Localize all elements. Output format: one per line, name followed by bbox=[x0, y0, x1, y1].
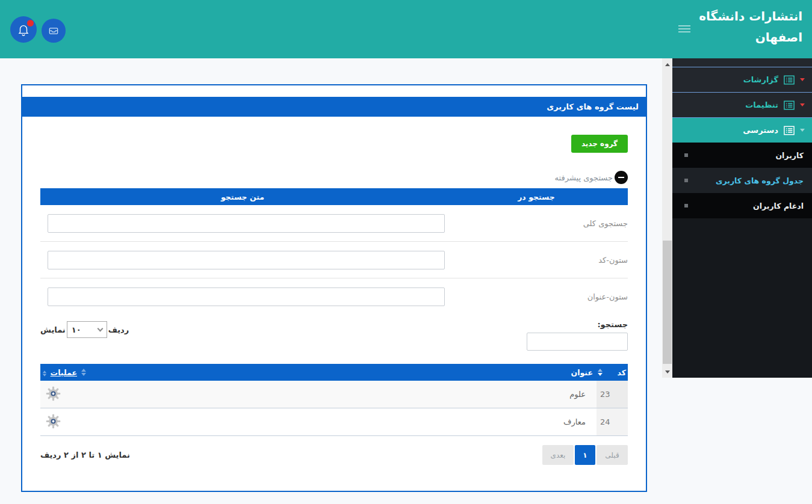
page-length-value: ۱۰ bbox=[72, 325, 81, 334]
inbox-icon bbox=[48, 25, 60, 37]
sidebar-subitem-label: جدول گروه های کاربری bbox=[716, 176, 804, 185]
scrollbar-thumb[interactable] bbox=[663, 241, 672, 364]
sidebar: گزارشات تنظیمات دسترسی کاربران جدول گروه… bbox=[672, 58, 812, 378]
cell-code: 23 bbox=[597, 381, 628, 408]
square-bullet-icon bbox=[684, 204, 688, 207]
pagination-prev-button[interactable]: قبلی bbox=[597, 445, 628, 465]
sidebar-item-settings[interactable]: تنظیمات bbox=[672, 92, 812, 117]
new-group-button[interactable]: گروه جدید bbox=[571, 135, 628, 153]
hamburger-menu-icon[interactable] bbox=[678, 25, 690, 35]
square-bullet-icon bbox=[684, 179, 688, 182]
title-column-search-input[interactable] bbox=[48, 287, 445, 306]
quick-search-label: جستجو: bbox=[527, 320, 628, 329]
table-row: 23 علوم bbox=[40, 381, 628, 408]
length-suffix-label: ردیف bbox=[108, 325, 129, 334]
column-header-label: عملیات bbox=[51, 368, 77, 377]
list-icon bbox=[784, 126, 795, 135]
column-header-search-in: جستجو در bbox=[445, 192, 628, 201]
arrow-up-icon bbox=[665, 63, 670, 66]
scroll-down-button[interactable] bbox=[662, 367, 672, 376]
chevron-down-icon bbox=[800, 78, 805, 81]
row-actions-button[interactable] bbox=[45, 386, 61, 404]
cell-title: معارف bbox=[81, 408, 597, 435]
collapse-advanced-search-button[interactable] bbox=[615, 171, 628, 184]
sidebar-subitem-label: کاربران bbox=[775, 151, 804, 160]
top-bar: انتشارات دانشگاه اصفهان bbox=[0, 0, 812, 58]
notification-badge bbox=[27, 20, 34, 26]
sidebar-item-label: دسترسی bbox=[743, 126, 778, 135]
gear-icon bbox=[45, 386, 61, 404]
app-title-line1: انتشارات دانشگاه bbox=[604, 6, 802, 27]
advanced-search-label: جستجوی پیشرفته bbox=[555, 173, 613, 182]
gear-icon bbox=[45, 413, 61, 431]
search-row-code: ستون-کد bbox=[40, 242, 628, 278]
cell-title: علوم bbox=[81, 381, 597, 408]
column-header-code[interactable]: کد bbox=[597, 368, 628, 377]
scroll-up-button[interactable] bbox=[662, 60, 672, 69]
sidebar-subitem-user-groups[interactable]: جدول گروه های کاربری bbox=[672, 168, 812, 193]
list-icon bbox=[784, 75, 795, 85]
length-prefix-label: نمایش bbox=[40, 325, 66, 334]
row-actions-button[interactable] bbox=[45, 413, 61, 431]
sort-icon bbox=[43, 370, 46, 376]
sidebar-item-reports[interactable]: گزارشات bbox=[672, 67, 812, 92]
groups-table: کد عنوان عملیات 23 علوم bbox=[40, 364, 628, 436]
sidebar-item-access[interactable]: دسترسی bbox=[672, 117, 812, 143]
quick-search-input[interactable] bbox=[527, 333, 628, 351]
column-header-title[interactable]: عنوان bbox=[81, 368, 597, 377]
pagination-page-1-button[interactable]: ۱ bbox=[575, 445, 595, 465]
minus-icon bbox=[618, 177, 624, 178]
app-title-line2: اصفهان bbox=[604, 27, 802, 48]
sidebar-scrollbar[interactable] bbox=[662, 58, 672, 378]
chevron-down-icon bbox=[800, 129, 805, 132]
sidebar-subitem-label: ادغام کاربران bbox=[753, 201, 804, 211]
sidebar-item-label: تنظیمات bbox=[745, 100, 778, 109]
sidebar-item-label: گزارشات bbox=[743, 75, 778, 84]
user-groups-panel: لیست گروه های کاربری گروه جدید جستجوی پی… bbox=[21, 84, 647, 492]
search-row-label: ستون-عنوان bbox=[445, 292, 628, 301]
sort-icon bbox=[81, 369, 86, 376]
square-bullet-icon bbox=[684, 153, 688, 157]
page-length-control: نمایش ۱۰ ردیف bbox=[40, 321, 129, 338]
cell-code: 24 bbox=[597, 408, 628, 435]
column-header-search-text: متن جستجو bbox=[40, 192, 445, 201]
chevron-down-icon bbox=[800, 103, 805, 106]
search-row-general: جستجوی کلی bbox=[40, 205, 628, 242]
sidebar-subitem-users[interactable]: کاربران bbox=[672, 143, 812, 168]
sidebar-item-partial bbox=[672, 58, 812, 67]
pagination: قبلی ۱ بعدی bbox=[542, 445, 628, 465]
page-length-select[interactable]: ۱۰ bbox=[67, 321, 107, 338]
arrow-down-icon bbox=[665, 370, 670, 373]
notifications-button[interactable] bbox=[10, 16, 37, 43]
search-row-title: ستون-عنوان bbox=[40, 278, 628, 315]
sidebar-subitem-merge-users[interactable]: ادغام کاربران bbox=[672, 193, 812, 218]
search-row-label: ستون-کد bbox=[445, 256, 628, 265]
column-header-label: عنوان bbox=[571, 368, 593, 377]
column-header-operations[interactable]: عملیات bbox=[40, 368, 81, 377]
code-column-search-input[interactable] bbox=[48, 251, 445, 269]
app-title: انتشارات دانشگاه اصفهان bbox=[604, 6, 802, 48]
chevron-down-icon bbox=[97, 325, 103, 331]
panel-title: لیست گروه های کاربری bbox=[22, 97, 646, 117]
general-search-input[interactable] bbox=[48, 214, 445, 233]
sort-icon bbox=[598, 369, 603, 376]
list-icon bbox=[784, 100, 795, 110]
table-info-text: نمایش ۱ تا ۲ از ۲ ردیف bbox=[40, 450, 130, 459]
table-row: 24 معارف bbox=[40, 408, 628, 436]
column-header-label: کد bbox=[618, 368, 627, 377]
pagination-next-button[interactable]: بعدی bbox=[542, 445, 574, 465]
search-row-label: جستجوی کلی bbox=[445, 219, 628, 228]
messages-button[interactable] bbox=[42, 19, 66, 43]
advanced-search-table: جستجو در متن جستجو جستجوی کلی ستون-کد ست… bbox=[40, 188, 628, 315]
